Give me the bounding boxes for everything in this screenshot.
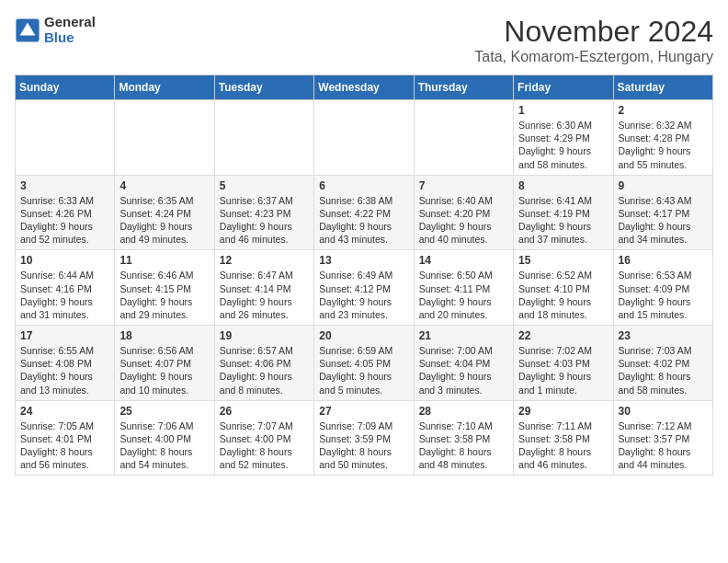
calendar-cell: 4Sunrise: 6:35 AM Sunset: 4:24 PM Daylig… (115, 175, 214, 250)
day-info: Sunrise: 6:49 AM Sunset: 4:12 PM Dayligh… (319, 269, 408, 321)
header-thursday: Thursday (414, 75, 513, 100)
calendar-week-3: 10Sunrise: 6:44 AM Sunset: 4:16 PM Dayli… (16, 250, 713, 326)
calendar-cell: 9Sunrise: 6:43 AM Sunset: 4:17 PM Daylig… (613, 175, 712, 250)
calendar-cell: 10Sunrise: 6:44 AM Sunset: 4:16 PM Dayli… (16, 250, 115, 326)
day-number: 18 (119, 329, 209, 342)
calendar-cell: 23Sunrise: 7:03 AM Sunset: 4:02 PM Dayli… (613, 326, 712, 401)
day-info: Sunrise: 7:02 AM Sunset: 4:03 PM Dayligh… (518, 344, 608, 396)
day-info: Sunrise: 7:09 AM Sunset: 3:59 PM Dayligh… (319, 419, 408, 472)
day-info: Sunrise: 6:30 AM Sunset: 4:29 PM Dayligh… (518, 119, 608, 171)
calendar-cell: 2Sunrise: 6:32 AM Sunset: 4:28 PM Daylig… (613, 100, 712, 176)
day-number: 23 (619, 329, 708, 342)
day-info: Sunrise: 6:52 AM Sunset: 4:10 PM Dayligh… (518, 269, 608, 321)
calendar-cell (414, 100, 513, 176)
day-number: 21 (419, 329, 508, 342)
calendar-cell: 3Sunrise: 6:33 AM Sunset: 4:26 PM Daylig… (16, 175, 115, 250)
calendar-cell: 29Sunrise: 7:11 AM Sunset: 3:58 PM Dayli… (514, 400, 613, 476)
calendar-header: Sunday Monday Tuesday Wednesday Thursday… (16, 75, 713, 100)
calendar-cell: 22Sunrise: 7:02 AM Sunset: 4:03 PM Dayli… (514, 326, 613, 401)
day-number: 14 (419, 254, 508, 267)
day-info: Sunrise: 7:10 AM Sunset: 3:58 PM Dayligh… (419, 419, 508, 472)
day-info: Sunrise: 6:44 AM Sunset: 4:16 PM Dayligh… (20, 269, 109, 321)
day-number: 8 (518, 179, 608, 192)
calendar-cell: 25Sunrise: 7:06 AM Sunset: 4:00 PM Dayli… (115, 400, 214, 476)
calendar-week-4: 17Sunrise: 6:55 AM Sunset: 4:08 PM Dayli… (16, 326, 713, 401)
calendar-cell: 7Sunrise: 6:40 AM Sunset: 4:20 PM Daylig… (414, 175, 513, 250)
day-info: Sunrise: 6:38 AM Sunset: 4:22 PM Dayligh… (319, 194, 408, 247)
logo-text: General Blue (44, 15, 96, 45)
day-number: 28 (419, 405, 508, 418)
calendar-cell: 1Sunrise: 6:30 AM Sunset: 4:29 PM Daylig… (514, 100, 613, 176)
calendar-cell: 30Sunrise: 7:12 AM Sunset: 3:57 PM Dayli… (613, 400, 712, 476)
day-number: 11 (119, 254, 209, 267)
day-info: Sunrise: 7:00 AM Sunset: 4:04 PM Dayligh… (419, 344, 508, 396)
calendar-body: 1Sunrise: 6:30 AM Sunset: 4:29 PM Daylig… (16, 100, 713, 476)
day-number: 9 (619, 179, 708, 192)
day-info: Sunrise: 7:03 AM Sunset: 4:02 PM Dayligh… (619, 344, 708, 396)
day-number: 17 (20, 329, 109, 342)
calendar-cell: 26Sunrise: 7:07 AM Sunset: 4:00 PM Dayli… (214, 400, 313, 476)
calendar-cell: 8Sunrise: 6:41 AM Sunset: 4:19 PM Daylig… (514, 175, 613, 250)
calendar-week-2: 3Sunrise: 6:33 AM Sunset: 4:26 PM Daylig… (16, 175, 713, 250)
calendar-cell (16, 100, 115, 176)
day-number: 30 (619, 405, 708, 418)
calendar-cell: 20Sunrise: 6:59 AM Sunset: 4:05 PM Dayli… (314, 326, 414, 401)
day-info: Sunrise: 7:07 AM Sunset: 4:00 PM Dayligh… (220, 419, 309, 472)
day-number: 27 (319, 405, 408, 418)
day-info: Sunrise: 6:59 AM Sunset: 4:05 PM Dayligh… (319, 344, 408, 396)
header-friday: Friday (514, 75, 613, 100)
calendar-cell: 5Sunrise: 6:37 AM Sunset: 4:23 PM Daylig… (214, 175, 313, 250)
day-info: Sunrise: 6:40 AM Sunset: 4:20 PM Dayligh… (419, 194, 508, 247)
logo-icon (15, 17, 40, 43)
header-tuesday: Tuesday (214, 75, 313, 100)
calendar-cell: 21Sunrise: 7:00 AM Sunset: 4:04 PM Dayli… (414, 326, 513, 401)
day-info: Sunrise: 6:53 AM Sunset: 4:09 PM Dayligh… (619, 269, 708, 321)
day-number: 2 (619, 104, 708, 117)
calendar-cell: 18Sunrise: 6:56 AM Sunset: 4:07 PM Dayli… (115, 326, 214, 401)
logo-blue: Blue (44, 30, 96, 46)
day-number: 12 (220, 254, 309, 267)
calendar-cell: 16Sunrise: 6:53 AM Sunset: 4:09 PM Dayli… (613, 250, 712, 326)
day-number: 26 (220, 405, 309, 418)
header-sunday: Sunday (16, 75, 115, 100)
calendar-cell: 24Sunrise: 7:05 AM Sunset: 4:01 PM Dayli… (16, 400, 115, 476)
header-row: Sunday Monday Tuesday Wednesday Thursday… (16, 75, 713, 100)
page-header: General Blue November 2024 Tata, Komarom… (15, 15, 713, 65)
day-info: Sunrise: 6:33 AM Sunset: 4:26 PM Dayligh… (20, 194, 109, 247)
day-info: Sunrise: 6:41 AM Sunset: 4:19 PM Dayligh… (518, 194, 608, 247)
title-block: November 2024 Tata, Komarom-Esztergom, H… (474, 15, 713, 65)
day-info: Sunrise: 6:56 AM Sunset: 4:07 PM Dayligh… (119, 344, 209, 396)
calendar-cell: 6Sunrise: 6:38 AM Sunset: 4:22 PM Daylig… (314, 175, 414, 250)
calendar-cell: 27Sunrise: 7:09 AM Sunset: 3:59 PM Dayli… (314, 400, 414, 476)
day-number: 13 (319, 254, 408, 267)
day-info: Sunrise: 6:32 AM Sunset: 4:28 PM Dayligh… (619, 119, 708, 171)
day-number: 22 (518, 329, 608, 342)
calendar-week-1: 1Sunrise: 6:30 AM Sunset: 4:29 PM Daylig… (16, 100, 713, 176)
main-title: November 2024 (474, 15, 713, 49)
logo-general: General (44, 15, 96, 30)
calendar-cell: 11Sunrise: 6:46 AM Sunset: 4:15 PM Dayli… (115, 250, 214, 326)
logo: General Blue (15, 15, 96, 45)
day-number: 1 (518, 104, 608, 117)
day-info: Sunrise: 7:12 AM Sunset: 3:57 PM Dayligh… (619, 419, 708, 472)
day-info: Sunrise: 6:43 AM Sunset: 4:17 PM Dayligh… (619, 194, 708, 247)
day-number: 6 (319, 179, 408, 192)
day-info: Sunrise: 6:57 AM Sunset: 4:06 PM Dayligh… (220, 344, 309, 396)
subtitle: Tata, Komarom-Esztergom, Hungary (474, 49, 713, 65)
day-number: 3 (20, 179, 109, 192)
calendar-cell: 19Sunrise: 6:57 AM Sunset: 4:06 PM Dayli… (214, 326, 313, 401)
day-number: 16 (619, 254, 708, 267)
calendar-cell: 28Sunrise: 7:10 AM Sunset: 3:58 PM Dayli… (414, 400, 513, 476)
day-number: 15 (518, 254, 608, 267)
header-wednesday: Wednesday (314, 75, 414, 100)
calendar-cell: 14Sunrise: 6:50 AM Sunset: 4:11 PM Dayli… (414, 250, 513, 326)
day-info: Sunrise: 7:05 AM Sunset: 4:01 PM Dayligh… (20, 419, 109, 472)
day-number: 20 (319, 329, 408, 342)
day-info: Sunrise: 6:37 AM Sunset: 4:23 PM Dayligh… (220, 194, 309, 247)
day-number: 19 (220, 329, 309, 342)
calendar-cell: 12Sunrise: 6:47 AM Sunset: 4:14 PM Dayli… (214, 250, 313, 326)
calendar-cell: 17Sunrise: 6:55 AM Sunset: 4:08 PM Dayli… (16, 326, 115, 401)
calendar-cell (314, 100, 414, 176)
day-number: 10 (20, 254, 109, 267)
calendar-cell: 13Sunrise: 6:49 AM Sunset: 4:12 PM Dayli… (314, 250, 414, 326)
